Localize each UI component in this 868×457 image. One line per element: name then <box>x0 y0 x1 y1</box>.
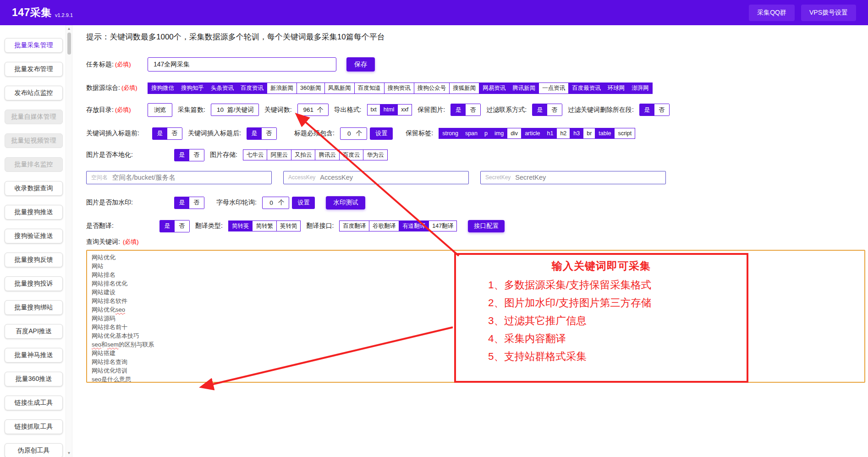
toggle-yes-option[interactable]: 是 <box>247 128 262 139</box>
sidebar-item[interactable]: 批量搜狗投诉 <box>5 276 63 291</box>
data-source-tag[interactable]: 360新闻 <box>297 83 325 94</box>
sidebar-item[interactable]: 链接抓取工具 <box>5 419 63 434</box>
data-source-tag[interactable]: 澎湃网 <box>628 83 653 94</box>
keep-tag-option[interactable]: p <box>481 128 491 139</box>
watermark-test-button[interactable]: 水印测试 <box>326 196 365 209</box>
keyword-count-input[interactable]: 961 <box>298 106 318 113</box>
image-storage-option[interactable]: 百度云 <box>339 149 364 161</box>
data-source-tag[interactable]: 百度知道 <box>354 83 385 94</box>
toggle-yes-option[interactable]: 是 <box>451 104 466 116</box>
image-storage-option[interactable]: 腾讯云 <box>315 149 340 161</box>
secret-key-input[interactable]: SecretKey SecretKey <box>480 171 666 184</box>
sidebar-item[interactable]: 批量神马推送 <box>5 348 63 363</box>
keep-tag-option[interactable]: div <box>507 128 522 139</box>
keep-tag-option[interactable]: article <box>521 128 544 139</box>
data-source-tag[interactable]: 头条资讯 <box>207 83 237 94</box>
sidebar-item[interactable]: 搜狗验证推送 <box>5 229 63 243</box>
toggle-no-option[interactable]: 否 <box>189 197 204 209</box>
sidebar-item[interactable]: 批量搜狗绑站 <box>5 300 63 315</box>
keep-tag-option[interactable]: script <box>614 128 635 139</box>
toggle-no-option[interactable]: 否 <box>466 104 480 116</box>
toggle-yes-option[interactable]: 是 <box>640 104 654 116</box>
browse-button[interactable]: 浏览 <box>148 103 172 117</box>
keep-tag-option[interactable]: br <box>583 128 595 139</box>
sidebar-item[interactable]: 批量搜狗反馈 <box>5 253 63 267</box>
scroll-down-icon[interactable]: ▼ <box>66 451 72 456</box>
sidebar-item[interactable]: 百度API推送 <box>5 324 63 339</box>
toggle-no-option[interactable]: 否 <box>547 104 562 116</box>
translate-type-option[interactable]: 简转英 <box>228 220 253 232</box>
filter-keyword-para-toggle: 是否 <box>639 104 670 116</box>
image-storage-option[interactable]: 阿里云 <box>267 149 291 161</box>
qq-group-button[interactable]: 采集QQ群 <box>749 5 795 21</box>
keep-tag-option[interactable]: h2 <box>556 128 570 139</box>
access-key-input[interactable]: AccessKey AccessKey <box>283 171 469 184</box>
data-source-tag[interactable]: 百度最资讯 <box>568 83 604 94</box>
toggle-yes-option[interactable]: 是 <box>160 220 175 232</box>
keep-tag-option[interactable]: table <box>595 128 615 139</box>
data-source-tag[interactable]: 搜狗公众号 <box>414 83 450 94</box>
toggle-no-option[interactable]: 否 <box>175 220 189 232</box>
image-storage-option[interactable]: 华为云 <box>363 149 388 161</box>
toggle-yes-option[interactable]: 是 <box>153 128 167 139</box>
watermark-count-suffix: 个 <box>278 198 289 207</box>
translate-api-option[interactable]: 147翻译 <box>429 220 457 232</box>
misspelled-word: seo <box>92 376 101 383</box>
export-format-option[interactable]: xxf <box>397 104 412 116</box>
scrollbar-thumb[interactable] <box>67 33 71 55</box>
toggle-yes-option[interactable]: 是 <box>175 149 189 161</box>
api-config-button[interactable]: 接口配置 <box>468 220 505 232</box>
sidebar-item[interactable]: 批量发布管理 <box>5 62 63 77</box>
toggle-no-option[interactable]: 否 <box>189 149 204 161</box>
title-must-contain-input[interactable]: 0 <box>341 130 356 137</box>
export-format-option[interactable]: txt <box>367 104 380 116</box>
collect-count-input[interactable]: 10 <box>211 106 227 113</box>
task-title-input[interactable]: 147全网采集 <box>148 57 336 72</box>
data-source-tag[interactable]: 百度资讯 <box>237 83 267 94</box>
toggle-no-option[interactable]: 否 <box>654 104 669 116</box>
sidebar-item[interactable]: 链接生成工具 <box>5 396 63 410</box>
sidebar-item[interactable]: 伪原创工具 <box>5 443 63 457</box>
sidebar-item[interactable]: 批量采集管理 <box>5 38 63 53</box>
watermark-set-button[interactable]: 设置 <box>292 197 315 209</box>
sidebar-item[interactable]: 发布站点监控 <box>5 86 63 100</box>
toggle-no-option[interactable]: 否 <box>262 128 276 139</box>
keep-tag-option[interactable]: h1 <box>543 128 557 139</box>
keep-tag-option[interactable]: strong <box>439 128 462 139</box>
data-source-tag[interactable]: 一点资讯 <box>538 83 569 94</box>
data-source-tag[interactable]: 搜狗资讯 <box>384 83 414 94</box>
title-contain-set-button[interactable]: 设置 <box>370 127 393 140</box>
translate-api-option[interactable]: 有道翻译 <box>399 220 429 232</box>
translate-type-option[interactable]: 简转繁 <box>252 220 277 232</box>
keep-tag-option[interactable]: span <box>461 128 481 139</box>
sidebar-item[interactable]: 批量搜狗推送 <box>5 205 63 220</box>
data-source-tag[interactable]: 网易资讯 <box>479 83 509 94</box>
data-source-tag[interactable]: 新浪新闻 <box>267 83 297 94</box>
scroll-up-icon[interactable]: ▲ <box>66 27 72 31</box>
data-source-tag[interactable]: 腾讯新闻 <box>509 83 539 94</box>
data-source-tag[interactable]: 凤凰新闻 <box>324 83 355 94</box>
keep-tag-option[interactable]: h3 <box>570 128 583 139</box>
toggle-no-option[interactable]: 否 <box>167 128 182 139</box>
keep-tag-option[interactable]: img <box>491 128 507 139</box>
vps-dial-settings-button[interactable]: VPS拨号设置 <box>801 5 856 21</box>
sidebar-scrollbar[interactable]: ▲ ▼ <box>66 25 72 457</box>
sidebar-item[interactable]: 批量360推送 <box>5 372 63 386</box>
export-format-option[interactable]: html <box>380 104 398 116</box>
bucket-name-input[interactable]: 空间名 空间名/bucket/服务名 <box>86 171 272 184</box>
image-storage-option[interactable]: 又拍云 <box>291 149 316 161</box>
toggle-yes-option[interactable]: 是 <box>175 197 189 209</box>
data-source-tag[interactable]: 搜狗知乎 <box>177 83 208 94</box>
save-button[interactable]: 保存 <box>346 57 375 72</box>
toggle-yes-option[interactable]: 是 <box>533 104 547 116</box>
translate-type-options: 简转英简转繁英转简 <box>228 220 301 232</box>
translate-type-option[interactable]: 英转简 <box>276 220 301 232</box>
data-source-tag[interactable]: 搜狗微信 <box>148 83 178 94</box>
image-storage-option[interactable]: 七牛云 <box>243 149 268 161</box>
watermark-count-input[interactable]: 0 <box>263 199 278 206</box>
translate-api-option[interactable]: 谷歌翻译 <box>369 220 399 232</box>
translate-api-option[interactable]: 百度翻译 <box>339 220 369 232</box>
data-source-tag[interactable]: 搜狐新闻 <box>449 83 479 94</box>
sidebar-item[interactable]: 收录数据查询 <box>5 181 63 196</box>
data-source-tag[interactable]: 环球网 <box>604 83 629 94</box>
